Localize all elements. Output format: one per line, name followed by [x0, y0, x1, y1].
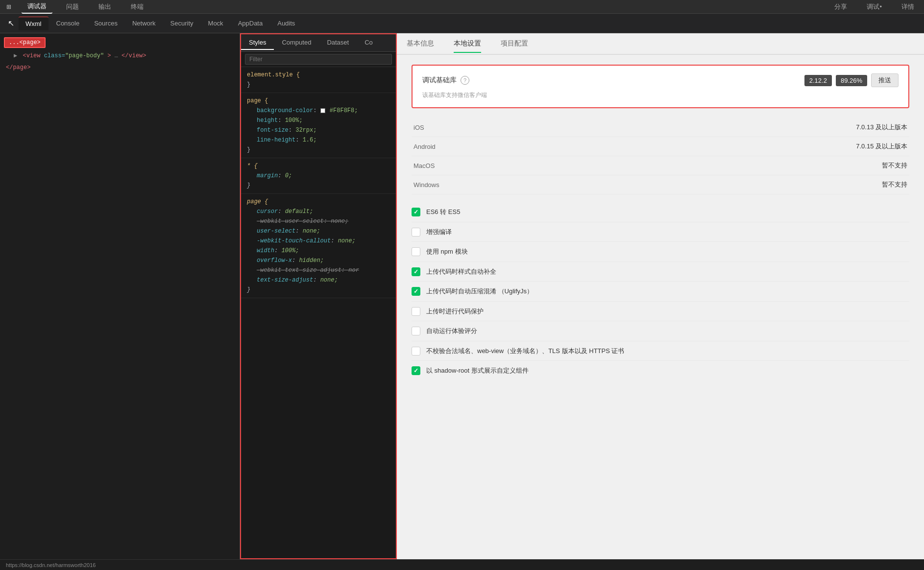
tab-wxml[interactable]: Wxml [19, 17, 49, 30]
checkbox-uglify[interactable] [412, 287, 420, 296]
checkbox-item-npm[interactable]: 使用 npm 模块 [412, 242, 909, 262]
tab-computed[interactable]: Computed [274, 36, 319, 50]
checkbox-item-code-protect[interactable]: 上传时进行代码保护 [412, 302, 909, 322]
lib-percent: 89.26% [836, 75, 867, 86]
css-page-selector-1: page { [247, 97, 268, 104]
center-panel: Styles Computed Dataset Co element.style… [240, 33, 397, 559]
android-label: Android [412, 137, 470, 156]
checkbox-enhanced[interactable] [412, 228, 420, 237]
tab-dataset[interactable]: Dataset [319, 36, 357, 50]
ios-value: 7.0.13 及以上版本 [470, 118, 909, 137]
checkbox-label-enhanced: 增强编译 [426, 227, 452, 237]
color-swatch [320, 108, 325, 113]
checkbox-item-no-domain-verify[interactable]: 不校验合法域名、web-view（业务域名）、TLS 版本以及 HTTPS 证书 [412, 341, 909, 361]
top-menu-right: 分享 调试• 详情 [828, 0, 920, 13]
lib-row: 调试基础库 ? 2.12.2 89.26% 推送 [422, 73, 899, 87]
macos-value: 暂不支持 [470, 156, 909, 175]
dom-selected-row[interactable]: ...<page> [4, 37, 236, 48]
dom-view-node[interactable]: ▶ <view class="page-body" > … </view> [4, 50, 236, 62]
css-selector-element: element.style { [247, 71, 300, 78]
lib-version: 2.12.2 [804, 75, 832, 86]
filter-input[interactable] [245, 54, 392, 65]
dom-page-close[interactable]: </page> [4, 62, 236, 73]
info-table: iOS 7.0.13 及以上版本 Android 7.0.15 及以上版本 Ma… [412, 118, 909, 194]
tab-mock[interactable]: Mock [201, 17, 230, 30]
checkbox-item-es6[interactable]: ES6 转 ES5 [412, 202, 909, 222]
menu-share[interactable]: 分享 [828, 0, 853, 13]
checkbox-shadow-root[interactable] [412, 366, 420, 375]
checkbox-item-shadow-root[interactable]: 以 shadow-root 形式展示自定义组件 [412, 361, 909, 380]
menu-terminal[interactable]: 终端 [125, 0, 149, 13]
dom-content: ...<page> ▶ <view class="page-body" > … … [0, 33, 240, 559]
checkbox-label-exp-score: 自动运行体验评分 [426, 326, 477, 336]
checkbox-item-uglify[interactable]: 上传代码时自动压缩混淆 （UglifyJs） [412, 282, 909, 302]
checkbox-es6[interactable] [412, 208, 420, 216]
checkbox-label-style-autocomplete: 上传代码时样式自动补全 [426, 267, 496, 277]
checkbox-no-domain-verify[interactable] [412, 347, 420, 356]
lib-sub-text: 该基础库支持微信客户端 [422, 91, 899, 99]
right-tab-local[interactable]: 本地设置 [454, 35, 481, 53]
top-menu-left: ⊞ 调试器 问题 输出 终端 [4, 0, 149, 14]
table-row: Windows 暂不支持 [412, 175, 909, 194]
top-menu-bar: ⊞ 调试器 问题 输出 终端 分享 调试• 详情 [0, 0, 924, 14]
tab-audits[interactable]: Audits [270, 17, 302, 30]
android-value: 7.0.15 及以上版本 [470, 137, 909, 156]
checkbox-label-code-protect: 上传时进行代码保护 [426, 307, 484, 316]
checkbox-list: ES6 转 ES5 增强编译 使用 npm 模块 上传代码时样式自动补全 上传代 [412, 202, 909, 380]
checkbox-label-es6: ES6 转 ES5 [426, 207, 460, 217]
devtools-tab-row: ↖ Wxml Console Sources Network Security … [0, 14, 924, 33]
right-tab-project[interactable]: 项目配置 [501, 35, 528, 53]
lib-actions: 2.12.2 89.26% 推送 [804, 73, 899, 87]
tab-co[interactable]: Co [357, 36, 381, 50]
tab-network[interactable]: Network [125, 17, 163, 30]
tab-appdata[interactable]: AppData [231, 17, 270, 30]
tab-sources[interactable]: Sources [87, 17, 124, 30]
css-blocks-container: element.style { } page { background-colo… [241, 67, 396, 558]
tab-security[interactable]: Security [164, 17, 200, 30]
lib-label-text: 调试基础库 [422, 76, 457, 85]
table-row: MacOS 暂不支持 [412, 156, 909, 175]
windows-value: 暂不支持 [470, 175, 909, 194]
css-block-element-style: element.style { } [241, 67, 396, 93]
checkbox-item-enhanced[interactable]: 增强编译 [412, 222, 909, 242]
checkbox-style-autocomplete[interactable] [412, 267, 420, 276]
checkbox-item-style-autocomplete[interactable]: 上传代码时样式自动补全 [412, 262, 909, 282]
checkbox-item-exp-score[interactable]: 自动运行体验评分 [412, 321, 909, 341]
status-bar: https://blog.csdn.net/harmsworth2016 [0, 559, 924, 570]
menu-output[interactable]: 输出 [93, 0, 117, 13]
table-row: iOS 7.0.13 及以上版本 [412, 118, 909, 137]
pin-icon[interactable]: ⊞ [4, 2, 14, 12]
help-icon[interactable]: ? [461, 76, 469, 85]
checkbox-code-protect[interactable] [412, 307, 420, 316]
lib-section: 调试基础库 ? 2.12.2 89.26% 推送 该基础库支持微信客户端 [412, 65, 909, 108]
filter-bar [241, 52, 396, 67]
checkbox-label-uglify: 上传代码时自动压缩混淆 （UglifyJs） [426, 286, 533, 296]
right-panel: 基本信息 本地设置 项目配置 调试基础库 ? 2.12.2 89.26% 推送 [397, 33, 924, 559]
checkbox-npm[interactable] [412, 247, 420, 256]
css-block-page-2: page { cursor: default; -webkit-user-sel… [241, 194, 396, 298]
checkbox-exp-score[interactable] [412, 327, 420, 335]
main-layout: ...<page> ▶ <view class="page-body" > … … [0, 33, 924, 559]
lib-push-button[interactable]: 推送 [871, 73, 899, 87]
lib-label: 调试基础库 ? [422, 76, 469, 85]
checkbox-label-npm: 使用 npm 模块 [426, 247, 468, 257]
cursor-icon[interactable]: ↖ [4, 17, 18, 30]
left-panel: ...<page> ▶ <view class="page-body" > … … [0, 33, 240, 559]
selected-node-label: ...<page> [4, 37, 46, 48]
menu-debug[interactable]: 调试• [861, 0, 888, 13]
css-block-star: * { margin: 0; } [241, 158, 396, 194]
macos-label: MacOS [412, 156, 470, 175]
windows-label: Windows [412, 175, 470, 194]
menu-detail[interactable]: 详情 [896, 0, 920, 13]
checkbox-label-shadow-root: 以 shadow-root 形式展示自定义组件 [426, 366, 529, 376]
tab-console[interactable]: Console [49, 17, 87, 30]
css-block-page-1: page { background-color: #F8F8F8; height… [241, 93, 396, 158]
tab-styles[interactable]: Styles [241, 36, 274, 50]
menu-issues[interactable]: 问题 [60, 0, 85, 13]
menu-debugger[interactable]: 调试器 [22, 0, 52, 14]
triangle-icon: ▶ [14, 52, 17, 59]
right-content: 调试基础库 ? 2.12.2 89.26% 推送 该基础库支持微信客户端 iOS… [397, 55, 924, 559]
right-tab-basic[interactable]: 基本信息 [407, 35, 434, 53]
ios-label: iOS [412, 118, 470, 137]
checkbox-label-no-domain-verify: 不校验合法域名、web-view（业务域名）、TLS 版本以及 HTTPS 证书 [426, 346, 624, 356]
